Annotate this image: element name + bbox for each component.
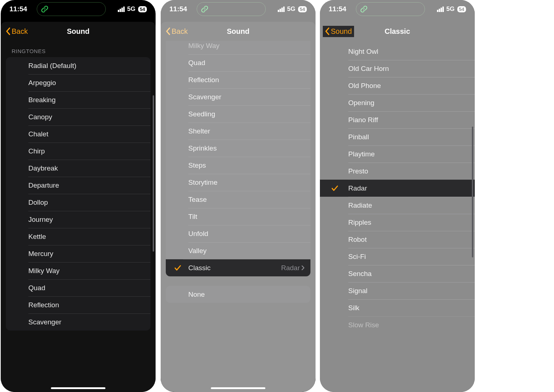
link-icon (201, 5, 209, 13)
ringtone-row[interactable]: Reflection (166, 71, 310, 88)
ringtone-row[interactable]: Kettle (6, 228, 150, 245)
dynamic-island[interactable] (37, 2, 106, 16)
back-label: Back (172, 27, 188, 36)
ringtone-row[interactable]: Sprinkles (166, 140, 310, 157)
dynamic-island[interactable] (197, 2, 266, 16)
classic-row[interactable]: Radiate (320, 197, 475, 214)
classic-row[interactable]: Old Car Horn (320, 60, 475, 77)
ringtone-row[interactable]: Steps (166, 157, 310, 174)
battery-icon: 54 (138, 6, 147, 12)
chevron-right-icon (301, 265, 305, 271)
ringtone-row[interactable]: Chalet (6, 125, 150, 143)
classic-row[interactable]: Presto (320, 163, 475, 180)
check-icon (331, 184, 339, 192)
ringtone-row[interactable]: Reflection (6, 296, 150, 313)
classic-label: Classic (188, 264, 210, 272)
section-header-ringtones: RINGTONES (1, 41, 156, 57)
signal-icon (118, 7, 125, 12)
none-row[interactable]: None (166, 286, 310, 303)
settings-sheet: Back Sound RINGTONES Radial (Default) Ar… (1, 22, 156, 392)
chevron-left-icon (166, 27, 171, 35)
classic-row[interactable]: Classic Radar (166, 259, 310, 276)
phone-screen-3: 11:54 5G 54 Sound Classic Night Owl Old … (320, 0, 475, 392)
ringtone-row[interactable]: Tilt (166, 208, 310, 225)
classic-row[interactable]: Sencha (320, 265, 475, 282)
link-icon (41, 5, 49, 13)
ringtone-row[interactable]: Unfold (166, 225, 310, 242)
dynamic-island[interactable] (356, 2, 425, 16)
signal-icon (437, 7, 444, 12)
classic-row[interactable]: Slow Rise (320, 316, 475, 333)
battery-icon: 54 (298, 6, 307, 12)
ringtones-list: Milky Way Quad Reflection Scavenger Seed… (166, 41, 310, 276)
classic-list: Night Owl Old Car Horn Old Phone Opening… (320, 43, 475, 333)
status-bar: 11:54 5G 54 (161, 0, 316, 18)
ringtone-row[interactable]: Chirp (6, 143, 150, 160)
check-icon (174, 264, 182, 272)
phone-screen-1: 11:54 5G 54 Back Sound RINGTONES Radial … (1, 0, 156, 392)
none-list: None (166, 286, 310, 303)
status-bar: 11:54 5G 54 (320, 0, 475, 18)
classic-row[interactable]: Old Phone (320, 77, 475, 94)
status-time: 11:54 (169, 5, 187, 13)
home-indicator[interactable] (211, 387, 265, 389)
ringtones-list: Radial (Default) Arpeggio Breaking Canop… (6, 57, 150, 331)
ringtone-row[interactable]: Breaking (6, 91, 150, 108)
settings-sheet: Back Sound Milky Way Quad Reflection Sca… (161, 22, 316, 392)
phone-screen-2: 11:54 5G 54 Back Sound Milky Way Quad Re… (161, 0, 316, 392)
classic-row[interactable]: Ripples (320, 214, 475, 231)
classic-row[interactable]: Opening (320, 94, 475, 111)
status-time: 11:54 (9, 5, 27, 13)
classic-detail: Radar (281, 264, 300, 272)
back-button[interactable]: Back (4, 26, 30, 37)
ringtone-row[interactable]: Milky Way (6, 262, 150, 279)
ringtone-row[interactable]: Mercury (6, 245, 150, 262)
chevron-left-icon (325, 27, 330, 35)
back-label: Sound (331, 27, 352, 36)
classic-row[interactable]: Playtime (320, 145, 475, 163)
ringtone-row[interactable]: Radial (Default) (6, 57, 150, 74)
ringtone-row[interactable]: Quad (6, 279, 150, 296)
home-indicator[interactable] (51, 387, 105, 389)
classic-row[interactable]: Pinball (320, 128, 475, 145)
ringtone-row[interactable]: Storytime (166, 174, 310, 191)
classic-row[interactable]: Night Owl (320, 43, 475, 60)
status-network: 5G (287, 5, 296, 13)
status-network: 5G (446, 5, 455, 13)
ringtone-row[interactable]: Milky Way (166, 41, 310, 54)
link-icon (360, 5, 368, 13)
nav-bar: Sound Classic (320, 22, 475, 41)
classic-row[interactable]: Silk (320, 299, 475, 316)
nav-bar: Back Sound (161, 22, 316, 41)
classic-row-selected[interactable]: Radar (320, 180, 475, 197)
ringtone-row[interactable]: Scavenger (6, 313, 150, 331)
ringtone-row[interactable]: Journey (6, 211, 150, 228)
ringtone-row[interactable]: Seedling (166, 105, 310, 123)
back-button[interactable]: Back (164, 26, 190, 37)
ringtone-row[interactable]: Scavenger (166, 88, 310, 105)
classic-row[interactable]: Sci-Fi (320, 248, 475, 265)
classic-row[interactable]: Signal (320, 282, 475, 299)
ringtone-row[interactable]: Dollop (6, 194, 150, 211)
classic-row[interactable]: Piano Riff (320, 111, 475, 128)
ringtone-row[interactable]: Daybreak (6, 160, 150, 177)
signal-icon (278, 7, 285, 12)
battery-icon: 54 (457, 6, 466, 12)
status-network: 5G (127, 5, 136, 13)
ringtone-row[interactable]: Departure (6, 177, 150, 194)
nav-bar: Back Sound (1, 22, 156, 41)
scroll-indicator[interactable] (153, 95, 154, 252)
scroll-indicator[interactable] (472, 127, 473, 257)
status-time: 11:54 (329, 5, 346, 13)
chevron-left-icon (6, 27, 11, 35)
ringtone-row[interactable]: Shelter (166, 123, 310, 140)
back-button[interactable]: Sound (323, 26, 354, 37)
ringtone-row[interactable]: Canopy (6, 108, 150, 125)
back-label: Back (12, 27, 28, 36)
status-bar: 11:54 5G 54 (1, 0, 156, 18)
ringtone-row[interactable]: Quad (166, 54, 310, 71)
ringtone-row[interactable]: Tease (166, 191, 310, 208)
ringtone-row[interactable]: Valley (166, 242, 310, 259)
classic-row[interactable]: Robot (320, 231, 475, 248)
ringtone-row[interactable]: Arpeggio (6, 74, 150, 91)
